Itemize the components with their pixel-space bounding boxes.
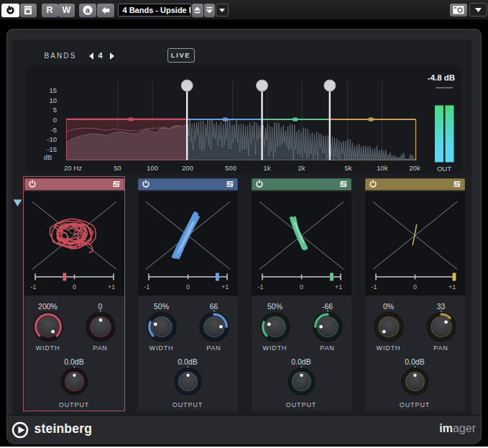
preset-name-field[interactable]: 4 Bands - Upside Down [118, 4, 192, 17]
width-knob[interactable] [147, 312, 177, 342]
arrow-up-bar-icon [193, 6, 201, 14]
svg-text:0: 0 [186, 283, 190, 291]
db-unit-label: dB [44, 152, 52, 160]
a-circle-icon: a [83, 5, 93, 15]
band-solo-button[interactable] [454, 181, 461, 188]
svg-text:-1: -1 [30, 283, 36, 291]
band-power-icon[interactable] [369, 180, 377, 188]
band-gain-handle[interactable] [128, 118, 133, 122]
band-solo-button[interactable] [340, 181, 347, 188]
output-knob[interactable] [174, 366, 201, 396]
pan-value: 33 [437, 302, 446, 311]
output-label: OUTPUT [286, 401, 316, 408]
band-header[interactable] [24, 178, 124, 191]
db-tick-label: -10 [47, 135, 57, 143]
plugin-activate-button[interactable] [1, 4, 19, 17]
spectrum-plot[interactable] [11, 40, 471, 198]
output-knob[interactable] [287, 366, 315, 396]
knob-indicator-dot [218, 325, 222, 329]
db-tick-label: 0 [53, 116, 57, 124]
knob-indicator-dot [300, 374, 303, 377]
knob-indicator-dot [186, 374, 189, 377]
knob-indicator-dot [444, 320, 448, 324]
svg-text:0: 0 [413, 283, 417, 291]
pan-label: PAN [206, 344, 221, 352]
pan-label: PAN [320, 344, 335, 352]
band-gain-handle[interactable] [368, 118, 373, 122]
pan-knob[interactable] [86, 310, 116, 342]
expand-panel-arrow[interactable] [13, 199, 23, 208]
plugin-toolbar: R W a 4 Bands - Upside Down [0, 0, 488, 19]
band-header[interactable] [138, 178, 238, 191]
knob-indicator-dot [319, 325, 323, 329]
camera-icon [453, 6, 464, 14]
knob-indicator-dot [98, 319, 102, 322]
output-label: OUTPUT [59, 401, 89, 408]
width-knob[interactable] [374, 312, 404, 342]
pan-value: 0 [98, 302, 103, 311]
band-panel-2[interactable]: -10+150%66WIDTHPAN0.0dBOUTPUT [137, 177, 238, 411]
footer-bar: steinberg imager [7, 415, 481, 444]
previous-preset-button[interactable] [192, 4, 203, 17]
imager-product-logo: imager [439, 422, 476, 435]
band-header[interactable] [365, 178, 465, 191]
band-gain-handle[interactable] [222, 118, 227, 122]
knob-indicator-dot [413, 374, 416, 377]
steinberg-brand-text: steinberg [34, 421, 93, 436]
crossover-handle[interactable] [256, 80, 267, 91]
automation-panel-button[interactable]: a [79, 4, 96, 17]
scope-signal-trace [50, 219, 96, 252]
bypass-button[interactable] [20, 4, 37, 17]
snapshot-camera-button[interactable] [450, 4, 467, 17]
band-region-fill [66, 119, 187, 160]
pan-knob[interactable] [426, 310, 456, 342]
svg-text:+1: +1 [221, 283, 229, 291]
freq-tick-label: 5k [344, 164, 351, 172]
switch-ab-button[interactable] [97, 4, 115, 17]
pan-knob[interactable] [199, 310, 229, 342]
output-knob[interactable] [60, 366, 88, 396]
band-knob-zone: 200%0WIDTHPAN0.0dBOUTPUT [24, 296, 124, 411]
band-solo-button[interactable] [113, 181, 120, 188]
band-header[interactable] [252, 178, 351, 191]
chevron-down-icon [219, 9, 225, 12]
next-preset-button[interactable] [204, 4, 216, 17]
read-automation-button[interactable]: R [42, 4, 58, 17]
svg-text:-1: -1 [144, 283, 149, 291]
pan-label: PAN [433, 344, 448, 352]
out-meter-right [445, 106, 454, 163]
window-menu-button[interactable] [469, 3, 487, 17]
freq-tick-label: 10k [377, 164, 387, 172]
plugin-surface: BANDS 4 LIVE 151050-5-10-15dB20 Hz501002… [11, 40, 471, 415]
knob-indicator-dot [267, 323, 270, 326]
crossover-handle[interactable] [323, 80, 335, 91]
width-knob[interactable] [33, 312, 63, 342]
preset-menu-button[interactable] [216, 4, 229, 17]
band-panel-3[interactable]: -10+150%-66WIDTHPAN0.0dBOUTPUT [251, 177, 351, 411]
band-gain-handle[interactable] [293, 118, 298, 122]
band-panel-4[interactable]: -10+10%33WIDTHPAN0.0dBOUTPUT [364, 177, 465, 411]
svg-text:0: 0 [300, 283, 303, 291]
band-power-icon[interactable] [142, 180, 150, 188]
output-value: 0.0dB [64, 357, 83, 366]
pan-value: -66 [322, 302, 333, 311]
output-knob[interactable] [401, 366, 428, 396]
out-meter-left [435, 106, 443, 163]
width-knob[interactable] [260, 312, 290, 342]
write-automation-button[interactable]: W [58, 4, 75, 17]
band-solo-button[interactable] [226, 181, 234, 188]
pan-knob[interactable] [313, 310, 343, 342]
width-label: WIDTH [36, 344, 60, 352]
arrow-left-icon [101, 6, 110, 14]
correlation-marker [330, 273, 333, 281]
band-power-icon[interactable] [28, 180, 37, 188]
band-panel-1[interactable]: -10+1200%0WIDTHPAN0.0dBOUTPUT [24, 177, 124, 411]
svg-text:+1: +1 [448, 283, 456, 291]
triangle-down-icon [13, 199, 23, 208]
crossover-handle[interactable] [181, 80, 193, 91]
width-value: 50% [154, 302, 169, 311]
band-power-icon[interactable] [255, 180, 264, 188]
db-tick-label: 10 [49, 96, 57, 104]
width-label: WIDTH [149, 344, 174, 352]
imager-plugin-screenshot: R W a 4 Bands - Upside Down [0, 0, 488, 448]
